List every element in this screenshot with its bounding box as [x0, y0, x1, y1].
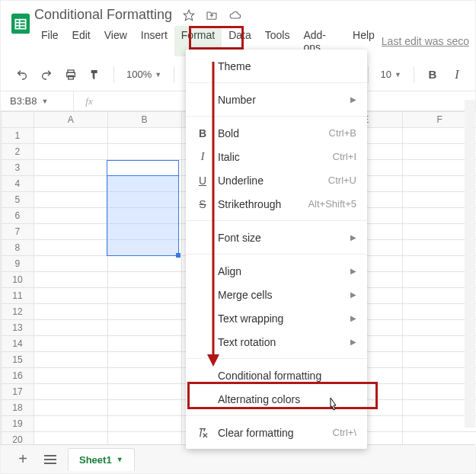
last-edit-link[interactable]: Last edit was seco [382, 35, 469, 47]
row-header[interactable]: 5 [2, 192, 34, 208]
col-header[interactable]: B [107, 112, 181, 128]
submenu-arrow-icon: ▶ [350, 267, 356, 275]
svg-rect-13 [44, 455, 56, 456]
row-header[interactable]: 17 [2, 384, 34, 400]
menu-bold[interactable]: B Bold Ctrl+B [186, 121, 367, 145]
font-size-value: 10 [381, 69, 391, 80]
svg-rect-0 [11, 14, 30, 34]
submenu-arrow-icon: ▶ [350, 314, 356, 322]
menu-italic[interactable]: I Italic Ctrl+I [186, 145, 367, 168]
submenu-arrow-icon: ▶ [350, 290, 356, 299]
all-sheets-button[interactable] [40, 450, 60, 469]
row-header[interactable]: 10 [2, 272, 34, 288]
bold-button[interactable]: B [422, 64, 443, 85]
italic-icon: I [195, 151, 210, 163]
strikethrough-icon: S [195, 198, 210, 210]
menu-merge-cells[interactable]: Merge cells▶ [186, 283, 367, 306]
italic-button[interactable]: I [446, 64, 468, 85]
bold-icon: B [195, 127, 210, 139]
move-icon[interactable] [206, 9, 218, 21]
vertical-scrollbar[interactable] [465, 100, 475, 428]
row-header[interactable]: 18 [2, 400, 34, 416]
svg-rect-15 [44, 463, 56, 464]
name-box[interactable]: B3:B8 ▼ [1, 91, 74, 111]
menu-align[interactable]: Align▶ [186, 259, 367, 283]
chevron-down-icon: ▼ [395, 71, 401, 78]
fx-label: fx [74, 95, 104, 107]
menu-view[interactable]: View [97, 26, 134, 56]
menu-underline[interactable]: U Underline Ctrl+U [186, 168, 367, 192]
star-icon[interactable] [183, 9, 195, 21]
row-header[interactable]: 4 [2, 176, 34, 192]
clear-format-icon [195, 427, 210, 439]
menu-text-wrapping[interactable]: Text wrapping▶ [186, 306, 367, 330]
menu-insert[interactable]: Insert [134, 26, 174, 56]
cursor-pointer-icon [326, 396, 340, 415]
svg-marker-5 [184, 10, 193, 20]
row-header[interactable]: 6 [2, 208, 34, 224]
row-header[interactable]: 13 [2, 320, 34, 336]
submenu-arrow-icon: ▶ [350, 233, 356, 242]
cloud-icon[interactable] [228, 9, 242, 21]
row-header[interactable]: 1 [2, 128, 34, 144]
chevron-down-icon: ▼ [41, 98, 48, 105]
row-header[interactable]: 11 [2, 288, 34, 304]
menu-edit[interactable]: Edit [65, 26, 97, 56]
row-header[interactable]: 8 [2, 240, 34, 256]
sheets-logo[interactable] [7, 5, 34, 42]
submenu-arrow-icon: ▶ [350, 338, 356, 346]
undo-button[interactable] [11, 64, 33, 85]
menu-clear-formatting[interactable]: Clear formatting Ctrl+\ [186, 421, 367, 444]
font-size-select[interactable]: 10 ▼ [376, 64, 406, 85]
zoom-select[interactable]: 100% ▼ [122, 64, 166, 85]
zoom-value: 100% [126, 69, 152, 80]
underline-icon: U [195, 175, 210, 187]
paint-format-button[interactable] [85, 64, 106, 85]
row-header[interactable]: 2 [2, 144, 34, 160]
menu-conditional-formatting[interactable]: Conditional formatting [186, 364, 367, 387]
print-button[interactable] [60, 64, 81, 85]
menu-theme[interactable]: Theme [186, 54, 367, 78]
sheet-tab-active[interactable]: Sheet1 ▼ [68, 448, 135, 471]
row-header[interactable]: 16 [2, 368, 34, 384]
menu-file[interactable]: File [34, 26, 65, 56]
menu-alternating-colors[interactable]: Alternating colors [186, 387, 367, 411]
doc-title[interactable]: Conditional Formatting [34, 7, 172, 23]
row-header[interactable]: 9 [2, 256, 34, 272]
add-sheet-button[interactable]: + [13, 450, 33, 469]
format-menu-dropdown: Theme Number▶ B Bold Ctrl+B I Italic Ctr… [186, 50, 367, 449]
chevron-down-icon: ▼ [155, 71, 161, 78]
chevron-down-icon: ▼ [117, 456, 123, 463]
row-header[interactable]: 7 [2, 224, 34, 240]
name-box-value: B3:B8 [10, 95, 37, 107]
col-header[interactable]: A [34, 112, 107, 128]
sheet-tab-label: Sheet1 [79, 454, 112, 466]
row-header[interactable]: 3 [2, 160, 34, 176]
redo-button[interactable] [36, 64, 57, 85]
menu-number[interactable]: Number▶ [186, 88, 367, 111]
row-header[interactable]: 12 [2, 304, 34, 320]
row-header[interactable]: 15 [2, 352, 34, 368]
submenu-arrow-icon: ▶ [350, 95, 356, 104]
row-header[interactable]: 14 [2, 336, 34, 352]
select-all-corner[interactable] [2, 112, 34, 128]
menu-font-size[interactable]: Font size▶ [186, 226, 367, 249]
menu-text-rotation[interactable]: Text rotation▶ [186, 330, 367, 354]
svg-rect-14 [44, 459, 56, 460]
menu-strikethrough[interactable]: S Strikethrough Alt+Shift+5 [186, 192, 367, 216]
row-header[interactable]: 19 [2, 416, 34, 432]
